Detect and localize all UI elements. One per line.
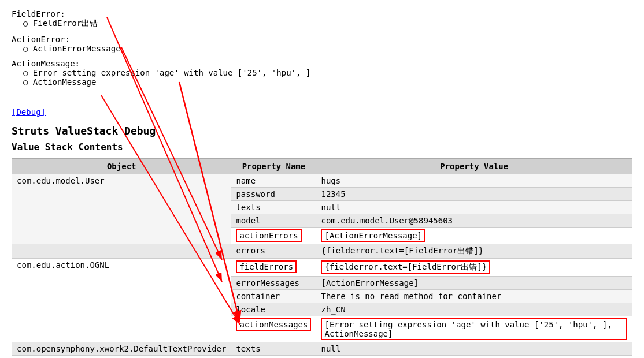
table-row-property-name: password	[231, 188, 316, 201]
table-row-property-name: actionErrors	[231, 228, 316, 244]
errors-section: FieldError: ○ FieldError出错	[12, 9, 632, 29]
table-row-property-name: errors	[231, 244, 316, 259]
action-error-label: ActionError:	[12, 35, 632, 44]
table-row-property-name: errorMessages	[231, 277, 316, 290]
table-row-object: com.edu.model.User	[12, 174, 231, 244]
table-row-object: com.opensymphony.xwork2.DefaultTextProvi…	[12, 342, 231, 356]
table-row-property-value: 12345	[316, 188, 632, 201]
table-row-property-name: actionMessages	[231, 316, 316, 342]
table-row-property-value: There is no read method for container	[316, 290, 632, 303]
table-row-property-name: texts	[231, 342, 316, 356]
action-error-section: ActionError: ○ ActionErrorMessage	[12, 35, 632, 53]
table-row-property-name: container	[231, 290, 316, 303]
table-row-property-name: texts	[231, 201, 316, 214]
debug-link[interactable]: [Debug]	[12, 107, 632, 117]
table-row-object	[12, 244, 231, 259]
field-error-label: FieldError:	[12, 9, 632, 18]
field-error-item: ○ FieldError出错	[23, 18, 632, 29]
action-message-label: ActionMessage:	[12, 59, 632, 68]
table-row-property-value: null	[316, 201, 632, 214]
table-row-property-value: {fielderror.text=[FieldError出错]}	[316, 244, 632, 259]
table-row-property-name: fieldErrors	[231, 259, 316, 277]
col-property-name: Property Name	[231, 159, 316, 174]
table-row-property-name: model	[231, 214, 316, 228]
col-property-value: Property Value	[316, 159, 632, 174]
page-title: Struts ValueStack Debug	[12, 125, 632, 137]
table-row-property-value: [ActionErrorMessage]	[316, 228, 632, 244]
value-stack-table: Object Property Name Property Value com.…	[12, 158, 632, 356]
table-row-object: com.edu.action.OGNL	[12, 259, 231, 342]
table-row-property-name: name	[231, 174, 316, 188]
table-row-property-value: [Error setting expression 'age' with val…	[316, 316, 632, 342]
action-message-item-1: ○ Error setting expression 'age' with va…	[23, 68, 632, 77]
table-row-property-value: zh_CN	[316, 303, 632, 316]
page-subtitle: Value Stack Contents	[12, 141, 632, 152]
table-row-property-name: locale	[231, 303, 316, 316]
table-row-property-value: null	[316, 342, 632, 356]
table-row-property-value: {fielderror.text=[FieldError出错]}	[316, 259, 632, 277]
table-row-property-value: com.edu.model.User@58945603	[316, 214, 632, 228]
action-error-item: ○ ActionErrorMessage	[23, 44, 632, 53]
table-row-property-value: [ActionErrorMessage]	[316, 277, 632, 290]
col-object: Object	[12, 159, 231, 174]
action-message-section: ActionMessage: ○ Error setting expressio…	[12, 59, 632, 87]
table-row-property-value: hugs	[316, 174, 632, 188]
action-message-item-2: ○ ActionMessage	[23, 77, 632, 87]
